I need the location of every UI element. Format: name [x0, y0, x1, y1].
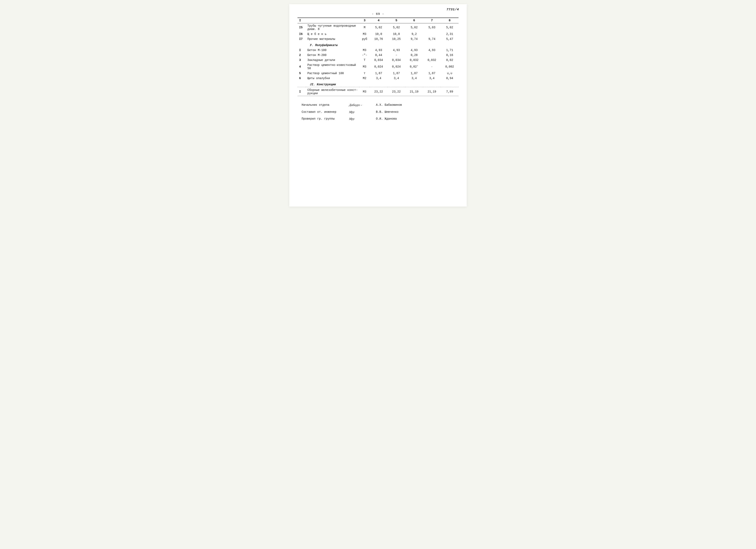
row-value-col3: 0,44 — [370, 53, 387, 58]
col-header-7: 7 — [423, 18, 441, 23]
row-id: 6 — [297, 76, 306, 81]
row-id: I7 — [297, 37, 306, 41]
row-value-col7: 0,002 — [441, 63, 459, 71]
chief-sign: Дабнурз→ — [348, 102, 374, 108]
row-name: Прочие материалы — [306, 37, 359, 41]
row-value-col3: 3,4 — [370, 76, 387, 81]
row-value-col3: 4,93 — [370, 48, 387, 53]
row-unit: т — [359, 71, 370, 76]
row-value-col5: 9,74 — [405, 37, 423, 41]
row-name: Раствор цементный 100 — [306, 71, 359, 76]
col-header-6: 6 — [405, 18, 423, 23]
row-name: Щиты опалубки — [306, 76, 359, 81]
row-value-col4: 0,024 — [387, 63, 405, 71]
row-value-col5: 4,93 — [405, 48, 423, 53]
col-header-3: 3 — [359, 18, 370, 23]
row-value-col6: 5,03 — [423, 23, 441, 32]
engineer-sign: Мру — [348, 109, 374, 115]
row-id: 5 — [297, 71, 306, 76]
row-value-col4: 10,0 — [387, 32, 405, 37]
table-row: I6Щ е б е н ьМ310,010,09,22,31 — [297, 32, 459, 37]
row-value-col6: 3,4 — [423, 76, 441, 81]
chief-name: А.Х. Бабаоминов — [376, 102, 402, 108]
document-page: 7731/4 - 69 - I 3 4 5 6 7 8 I5Трубы чугу… — [289, 4, 467, 206]
sig-engineer: Составил от. инженер Мру В.В. Шевченко — [302, 109, 459, 115]
row-unit: М3 — [359, 32, 370, 37]
row-unit: -"- — [359, 53, 370, 58]
row-value-col7: 0,94 — [441, 76, 459, 81]
row-name: Трубы чугунные водопроводные диам. 8 — [306, 23, 359, 32]
row-value-col5: 0,28 — [405, 53, 423, 58]
row-id: 2 — [297, 53, 306, 58]
row-value-col7: 7,89 — [441, 87, 459, 96]
col-header-5: 5 — [387, 18, 405, 23]
row-id: I6 — [297, 32, 306, 37]
row-name: Сборные железобетонные конст-рукции — [306, 87, 359, 96]
row-name: Закладные детали — [306, 58, 359, 63]
row-value-col5: 9,2 — [405, 32, 423, 37]
section-header-1: У. Полуфабрикаты — [297, 41, 459, 48]
table-row: 6Щиты опалубкиМ23,43,43,43,40,94 — [297, 76, 459, 81]
doc-number: 7731/4 — [447, 8, 459, 11]
row-value-col3: 10,0 — [370, 32, 387, 37]
table-row: I7Прочие материалыруб10,7610,259,749,745… — [297, 37, 459, 41]
row-name: Щ е б е н ь — [306, 32, 359, 37]
engineer-label: Составил от. инженер — [302, 109, 347, 115]
row-value-col3: 10,76 — [370, 37, 387, 41]
row-id: I5 — [297, 23, 306, 32]
row-value-col6: 1,87 — [423, 71, 441, 76]
row-unit: М3 — [359, 63, 370, 71]
row-value-col6 — [423, 32, 441, 37]
sig-checker: Проверил гр. группы Мру О.И. Жданова — [302, 116, 459, 122]
row-name: Раствор цементно-известковый 50 — [306, 63, 359, 71]
signatures-section: Начальник отдела Дабнурз→ А.Х. Бабаомино… — [297, 102, 459, 122]
row-id: I — [297, 48, 306, 53]
table-row: IБетон М-100М34,934,934,934,931,71 — [297, 48, 459, 53]
row-unit: М — [359, 23, 370, 32]
row-value-col4: 3,4 — [387, 76, 405, 81]
row-value-col7: υ,υ — [441, 71, 459, 76]
table-row: 3Закладные деталиТ0,0340,0340,0320,0320,… — [297, 58, 459, 63]
row-value-col7: 0,16 — [441, 53, 459, 58]
col-header-blank — [306, 18, 359, 23]
table-row: I5Трубы чугунные водопроводные диам. 8М5… — [297, 23, 459, 32]
row-value-col7: 0,02 — [441, 58, 459, 63]
row-id: 3 — [297, 58, 306, 63]
row-value-col4: 10,25 — [387, 37, 405, 41]
row-unit: М3 — [359, 87, 370, 96]
row-value-col4: 4,93 — [387, 48, 405, 53]
row-value-col5: 5,02 — [405, 23, 423, 32]
row-unit: М3 — [359, 48, 370, 53]
row-value-col3: 0,024 — [370, 63, 387, 71]
row-value-col5: 0,02' — [405, 63, 423, 71]
row-name: Бетон М-100 — [306, 48, 359, 53]
table-row: 5Раствор цементный 100т1,871,871,871,87υ… — [297, 71, 459, 76]
row-id: I — [297, 87, 306, 96]
row-value-col4: 1,87 — [387, 71, 405, 76]
row-name: Бетон М-200 — [306, 53, 359, 58]
row-value-col7: 1,71 — [441, 48, 459, 53]
col-header-1: I — [297, 18, 306, 23]
row-value-col7: 2,31 — [441, 32, 459, 37]
row-value-col7: 5,47 — [441, 37, 459, 41]
row-value-col4: 23,22 — [387, 87, 405, 96]
col-header-8: 8 — [441, 18, 459, 23]
section-header-3: JI. Конструкции — [297, 81, 459, 87]
row-value-col4: 0,034 — [387, 58, 405, 63]
page-number: - 69 - — [297, 12, 459, 16]
row-value-col6: 21,19 — [423, 87, 441, 96]
row-unit: Т — [359, 58, 370, 63]
row-value-col6: 4,93 — [423, 48, 441, 53]
row-value-col7: 5,02 — [441, 23, 459, 32]
main-table: I 3 4 5 6 7 8 I5Трубы чугунные водопрово… — [297, 18, 459, 96]
sig-chief: Начальник отдела Дабнурз→ А.Х. Бабаомино… — [302, 102, 459, 108]
engineer-name: В.В. Шевченко — [376, 109, 398, 115]
row-unit: руб — [359, 37, 370, 41]
row-value-col3: 5,02 — [370, 23, 387, 32]
row-value-col3: 23,22 — [370, 87, 387, 96]
row-value-col5: 21,19 — [405, 87, 423, 96]
row-value-col6: · — [423, 63, 441, 71]
row-value-col6: 9,74 — [423, 37, 441, 41]
checker-sign: Мру — [348, 116, 374, 122]
chief-label: Начальник отдела — [302, 102, 347, 108]
